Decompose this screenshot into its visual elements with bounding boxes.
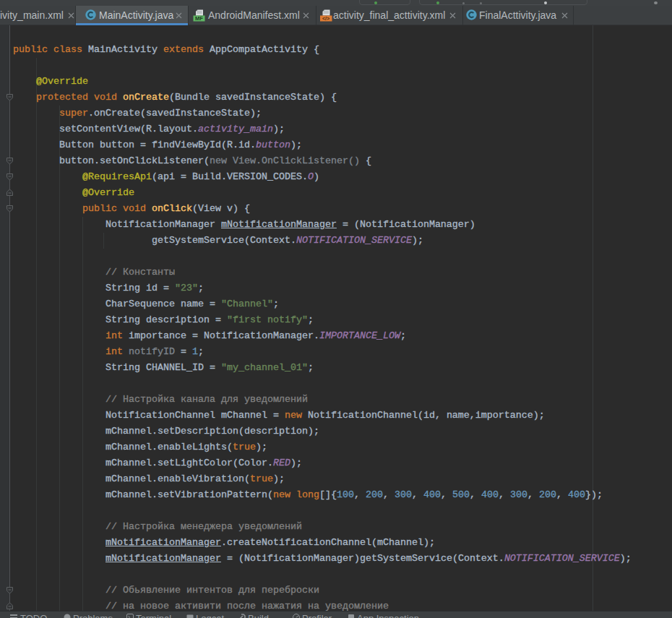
svg-text:</>: </> (322, 16, 329, 21)
svg-text:MF: MF (195, 15, 203, 22)
